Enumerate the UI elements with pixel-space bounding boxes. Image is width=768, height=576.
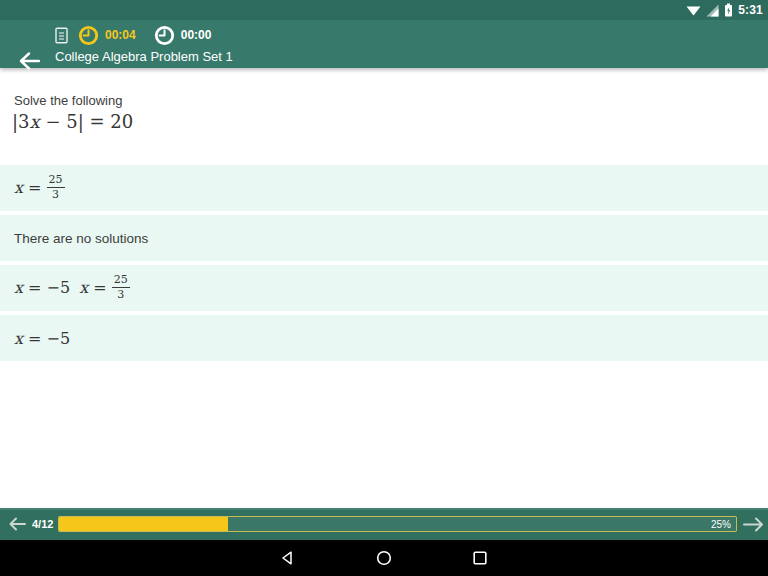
elapsed-timer-value: 00:04 <box>105 28 136 42</box>
total-timer-value: 00:00 <box>181 28 212 42</box>
wifi-icon <box>686 3 701 17</box>
nav-back-icon[interactable] <box>280 550 296 566</box>
status-bar: 5:31 <box>0 0 768 20</box>
app-bar: 00:04 00:00 College Algebra Problem Set … <box>0 20 768 68</box>
nav-home-icon[interactable] <box>376 550 392 566</box>
answer-option-4[interactable]: x = −5 <box>0 315 768 361</box>
answer-option-2[interactable]: There are no solutions <box>0 215 768 261</box>
answer-4-expression: x = −5 <box>14 329 70 348</box>
answer-list: x = 253 There are no solutions x = −5x =… <box>0 165 768 365</box>
elapsed-timer: 00:04 <box>78 25 136 46</box>
answer-option-1[interactable]: x = 253 <box>0 165 768 211</box>
next-question-arrow-icon[interactable] <box>742 517 764 532</box>
nav-recents-icon[interactable] <box>472 550 488 566</box>
cellular-signal-icon <box>706 4 719 17</box>
status-clock: 5:31 <box>738 3 763 17</box>
clock-icon-white <box>154 25 175 46</box>
timer-row: 00:04 00:00 <box>55 22 211 48</box>
progress-track: 25% <box>58 516 737 532</box>
previous-question-arrow-icon[interactable] <box>8 517 26 531</box>
answer-1-expression: x = 253 <box>14 174 65 202</box>
answer-3-expression: x = −5x = 253 <box>14 274 130 302</box>
battery-charging-icon <box>724 3 733 17</box>
worksheet-icon <box>55 27 68 44</box>
progress-percent-label: 25% <box>711 519 731 530</box>
question-equation: |3x − 5| = 20 <box>12 111 133 132</box>
progress-bar-footer: 4/12 25% <box>0 508 768 540</box>
android-nav-bar <box>0 540 768 576</box>
problem-area: Solve the following |3x − 5| = 20 x = 25… <box>0 68 768 508</box>
answer-2-text: There are no solutions <box>14 231 148 246</box>
answer-option-3[interactable]: x = −5x = 253 <box>0 265 768 311</box>
back-arrow-icon[interactable] <box>17 51 40 71</box>
question-counter: 4/12 <box>32 518 53 530</box>
total-timer: 00:00 <box>154 25 212 46</box>
clock-icon-yellow <box>78 25 99 46</box>
page-title: College Algebra Problem Set 1 <box>55 49 233 64</box>
progress-fill <box>59 517 228 531</box>
question-prompt: Solve the following <box>14 93 122 108</box>
screen: 5:31 00:04 <box>0 0 768 576</box>
